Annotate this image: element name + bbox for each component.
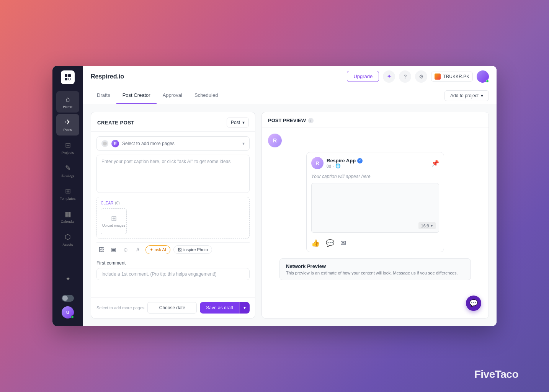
strategy-icon: ✎ (65, 164, 71, 172)
gear-icon: ⚙ (419, 74, 424, 80)
sidebar-item-posts[interactable]: ✈ Posts (56, 114, 79, 136)
image-toolbar-icon[interactable]: 🖼 (96, 245, 106, 254)
tab-scheduled[interactable]: Scheduled (188, 87, 224, 104)
chat-bubble[interactable]: 💬 (466, 296, 481, 311)
tab-drafts[interactable]: Drafts (91, 87, 116, 104)
post-card-user: R Respire App ✓ 0d · (311, 157, 363, 169)
sidebar-toggle[interactable] (62, 295, 74, 302)
toolbar-row: 🖼 ▣ ☺ # ✦ ask AI 🖼 inspire Photo (96, 242, 250, 256)
media-count: (0) (115, 201, 119, 205)
user-online-dot (486, 80, 489, 83)
media-header: CLEAR (0) (101, 201, 245, 205)
post-card-caption: Your caption will appear here (307, 174, 444, 183)
post-card-time: 0d · 🌐 (327, 163, 363, 168)
first-comment-label: First comment (96, 260, 250, 266)
sidebar-item-home[interactable]: ⌂ Home (56, 91, 79, 113)
user-avatar[interactable] (477, 70, 489, 83)
workspace-icon (435, 74, 441, 80)
tab-approval[interactable]: Approval (157, 87, 188, 104)
hashtag-toolbar-icon[interactable]: # (133, 245, 142, 254)
nav-tabs: Drafts Post Creator Approval Scheduled A… (83, 87, 497, 104)
brand-name: Respired.io (91, 73, 124, 80)
save-draft-button[interactable]: Save as draft (200, 302, 239, 314)
settings-icon-btn[interactable]: ⚙ (415, 70, 427, 83)
comment-icon[interactable]: 💬 (326, 239, 334, 247)
svg-point-3 (69, 78, 71, 80)
inspire-icon: 🖼 (178, 247, 182, 252)
page-select[interactable]: R Select to add more pages ▾ (96, 136, 250, 151)
sidebar-item-assets[interactable]: ⬡ Assets (56, 229, 79, 250)
workspace-badge[interactable]: TRUKKR.PK (431, 72, 473, 82)
inspire-photo-button[interactable]: 🖼 inspire Photo (173, 245, 212, 254)
posts-icon: ✈ (65, 118, 71, 126)
panel-footer: Select to add more pages Choose date Sav… (91, 297, 255, 318)
page-chevron-icon: ▾ (242, 141, 245, 146)
post-type-label: Post (231, 120, 240, 125)
sidebar-logo[interactable] (61, 70, 75, 84)
inspire-label: inspire Photo (183, 247, 208, 252)
upload-icon: ⊞ (111, 214, 117, 223)
sidebar-item-projects[interactable]: ⊟ Projects (56, 137, 79, 158)
panel-header: CREATE POST Post ▾ (91, 112, 255, 132)
caption-textarea[interactable] (96, 155, 250, 193)
save-draft-dropdown-button[interactable]: ▾ (239, 302, 250, 314)
like-icon[interactable]: 👍 (311, 239, 320, 247)
aspect-ratio-label: 16:9 (421, 224, 429, 228)
upgrade-button[interactable]: Upgrade (347, 71, 379, 82)
globe-icon: 🌐 (335, 163, 341, 168)
preview-user-avatar: R (268, 134, 282, 147)
calendar-icon: ▦ (65, 210, 71, 218)
emoji-toolbar-icon[interactable]: ☺ (121, 245, 130, 254)
network-preview-text: This preview is an estimate of how your … (286, 271, 464, 275)
post-type-select[interactable]: Post ▾ (227, 118, 249, 127)
ask-ai-button[interactable]: ✦ ask AI (145, 245, 170, 254)
svg-rect-0 (65, 74, 67, 77)
panel-title: CREATE POST (97, 120, 134, 126)
magic-icon-btn[interactable]: ✦ (383, 70, 395, 83)
add-project-button[interactable]: Add to project ▾ (444, 90, 489, 101)
sidebar-user-avatar[interactable]: U (62, 306, 74, 318)
preview-panel: POST PREVIEW i R R (261, 112, 489, 318)
ai-sparkle-icon: ✦ (150, 247, 153, 252)
save-draft-group: Save as draft ▾ (200, 302, 250, 314)
first-comment-input[interactable] (96, 268, 250, 280)
tab-post-creator[interactable]: Post Creator (116, 87, 157, 104)
help-icon-btn[interactable]: ? (399, 70, 411, 83)
media-section: CLEAR (0) ⊞ Upload images (96, 197, 250, 238)
clear-button[interactable]: CLEAR (101, 201, 113, 205)
network-preview: Network Preview This preview is an estim… (279, 258, 471, 280)
svg-rect-2 (65, 78, 67, 80)
extra-icon: ✦ (65, 275, 70, 283)
home-icon: ⌂ (66, 95, 70, 103)
gif-toolbar-icon[interactable]: ▣ (109, 245, 118, 254)
sidebar-item-strategy[interactable]: ✎ Strategy (56, 160, 79, 181)
first-comment-section: First comment (96, 260, 250, 280)
info-icon[interactable]: i (308, 118, 314, 123)
chevron-down-icon: ▾ (431, 223, 433, 228)
sidebar-item-extra[interactable]: ✦ (56, 268, 79, 289)
preview-header: POST PREVIEW i (262, 112, 489, 127)
sidebar-item-templates[interactable]: ⊞ Templates (56, 183, 79, 204)
choose-date-button[interactable]: Choose date (147, 302, 197, 314)
aspect-ratio-select[interactable]: 16:9 ▾ (418, 222, 436, 229)
upload-box[interactable]: ⊞ Upload images (101, 208, 127, 234)
topbar: Respired.io Upgrade ✦ ? ⚙ TRUKKR.PK (83, 66, 497, 87)
fivetaco-watermark: FiveTaco (474, 368, 518, 381)
templates-icon: ⊞ (65, 187, 71, 195)
workspace-name: TRUKKR.PK (443, 74, 469, 79)
panel-body: R Select to add more pages ▾ CLEAR (0) (91, 132, 255, 297)
preview-user-row: R (268, 134, 282, 147)
svg-rect-1 (68, 74, 71, 77)
pin-icon[interactable]: 📌 (431, 160, 439, 167)
share-icon[interactable]: ✉ (340, 239, 346, 247)
preview-title: POST PREVIEW (268, 118, 306, 123)
sidebar-item-calendar[interactable]: ▦ Calendar (56, 206, 79, 227)
page-select-text: Select to add more pages (122, 141, 239, 146)
chevron-down-icon: ▾ (242, 120, 245, 125)
content-area: CREATE POST Post ▾ R Select to add more … (83, 104, 497, 326)
network-preview-title: Network Preview (286, 263, 464, 269)
page-toggle (101, 140, 108, 147)
main-content: Respired.io Upgrade ✦ ? ⚙ TRUKKR.PK (83, 66, 497, 326)
chevron-down-icon: ▾ (243, 305, 246, 310)
page-avatar: R (111, 140, 119, 147)
